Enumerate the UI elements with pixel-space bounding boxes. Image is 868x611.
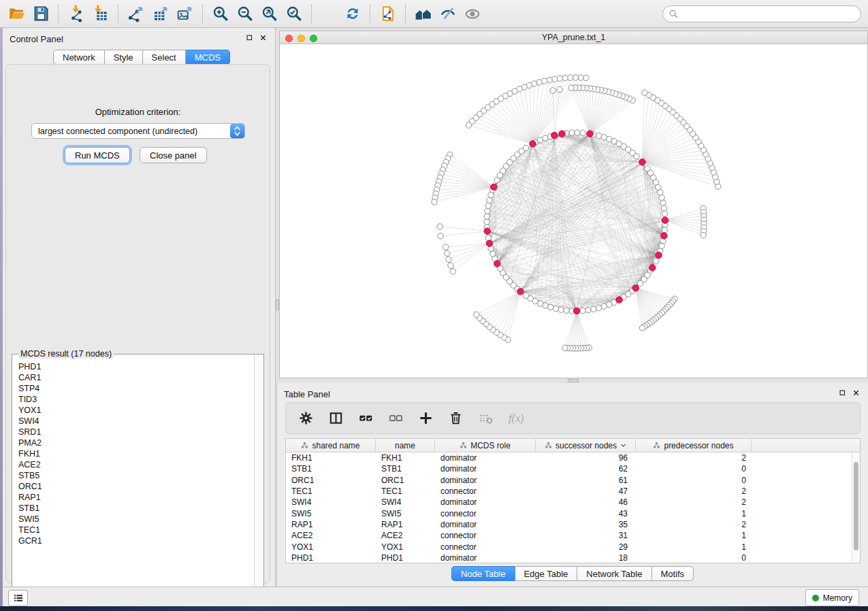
table-row[interactable]: SWI5SWI5connector431 <box>286 508 860 518</box>
network-node[interactable] <box>557 86 562 92</box>
close-panel-button[interactable]: Close panel <box>140 147 207 163</box>
network-node[interactable] <box>552 76 558 82</box>
network-node[interactable] <box>569 130 575 135</box>
column-header-predecessor-nodes[interactable]: predecessor nodes <box>636 439 752 452</box>
network-node[interactable] <box>437 224 443 229</box>
network-node[interactable] <box>580 308 585 313</box>
zoom-fit-button[interactable] <box>258 2 281 25</box>
float-panel-icon[interactable] <box>246 34 253 42</box>
network-node[interactable] <box>585 308 591 313</box>
mcds-result-item[interactable]: PHD1 <box>18 361 255 372</box>
network-node[interactable] <box>580 130 585 135</box>
mcds-result-item[interactable]: SRD1 <box>18 427 255 437</box>
network-node[interactable] <box>550 88 556 93</box>
mcds-hub-node[interactable] <box>551 132 558 138</box>
mcds-result-item[interactable]: RAP1 <box>18 492 255 503</box>
network-node[interactable] <box>578 75 583 80</box>
network-node[interactable] <box>487 197 492 203</box>
mcds-result-item[interactable]: TID3 <box>18 394 255 405</box>
table-row[interactable]: STB1STB1dominator620 <box>286 463 860 474</box>
search-input[interactable] <box>682 7 861 22</box>
run-mcds-button[interactable]: Run MCDS <box>65 147 130 163</box>
memory-button[interactable]: Memory <box>805 589 859 606</box>
mcds-result-item[interactable]: ORC1 <box>18 481 255 492</box>
tab-motifs[interactable]: Motifs <box>652 566 694 581</box>
mcds-result-item[interactable]: STB5 <box>18 470 255 481</box>
network-node[interactable] <box>562 75 568 80</box>
tab-style[interactable]: Style <box>105 50 143 65</box>
network-node[interactable] <box>653 259 658 264</box>
search-box[interactable] <box>662 5 861 22</box>
network-node[interactable] <box>568 85 574 90</box>
mcds-result-scrollbar[interactable] <box>254 354 263 602</box>
tab-network-table[interactable]: Network Table <box>577 566 652 581</box>
network-node[interactable] <box>523 145 528 150</box>
mcds-hub-node[interactable] <box>661 233 667 239</box>
network-node[interactable] <box>474 312 479 317</box>
export-network-button[interactable] <box>125 2 148 25</box>
mcds-result-item[interactable]: FKH1 <box>18 448 255 459</box>
network-node[interactable] <box>564 308 569 313</box>
mcds-hub-node[interactable] <box>530 141 536 147</box>
mcds-hub-node[interactable] <box>573 308 579 314</box>
hide-panels-eye-button[interactable] <box>436 2 460 25</box>
tab-node-table[interactable]: Node Table <box>451 566 515 581</box>
column-header-name[interactable]: name <box>376 439 435 452</box>
network-node[interactable] <box>446 257 451 262</box>
network-node[interactable] <box>557 76 562 81</box>
network-node[interactable] <box>662 211 667 216</box>
mcds-result-item[interactable]: SWI5 <box>18 514 255 525</box>
select-all-checks-button[interactable] <box>355 408 376 429</box>
export-table-button[interactable] <box>149 2 172 25</box>
tab-select[interactable]: Select <box>143 50 186 65</box>
network-node[interactable] <box>432 199 437 205</box>
float-panel-icon[interactable] <box>839 389 846 397</box>
column-header-successor-nodes[interactable]: successor nodes <box>536 439 636 452</box>
mcds-result-item[interactable]: CAR1 <box>18 372 255 383</box>
mcds-result-item[interactable]: PMA2 <box>18 437 255 448</box>
horizontal-splitter-handle[interactable] <box>568 379 579 382</box>
table-row[interactable]: TEC1TEC1connector472 <box>286 486 860 497</box>
mcds-hub-node[interactable] <box>484 228 490 234</box>
open-file-button[interactable] <box>5 2 28 25</box>
import-table-button[interactable] <box>89 2 112 25</box>
mcds-hub-node[interactable] <box>656 252 662 258</box>
zoom-selected-button[interactable] <box>283 2 306 25</box>
network-node[interactable] <box>573 75 578 80</box>
save-session-button[interactable] <box>29 2 52 25</box>
table-row[interactable]: ORC1ORC1dominator610 <box>286 475 860 486</box>
refresh-view-button[interactable] <box>341 2 364 25</box>
task-history-button[interactable] <box>8 590 28 606</box>
table-row[interactable]: YOX1YOX1connector291 <box>286 541 860 552</box>
network-node[interactable] <box>562 345 568 350</box>
network-node[interactable] <box>601 303 607 309</box>
mcds-result-item[interactable]: TEC1 <box>18 525 255 535</box>
network-node[interactable] <box>662 227 667 233</box>
criterion-dropdown[interactable]: largest connected component (undirected) <box>31 123 245 139</box>
tab-edge-table[interactable]: Edge Table <box>515 566 577 581</box>
mcds-result-item[interactable]: YOX1 <box>18 405 255 416</box>
network-node[interactable] <box>444 250 449 256</box>
network-node[interactable] <box>553 306 558 311</box>
network-node[interactable] <box>558 307 564 312</box>
network-node[interactable] <box>450 269 455 274</box>
network-node[interactable] <box>466 122 471 128</box>
network-node[interactable] <box>596 305 601 310</box>
network-node[interactable] <box>660 200 666 205</box>
table-row[interactable]: ACE2ACE2connector311 <box>286 530 860 541</box>
mcds-hub-node[interactable] <box>616 297 622 303</box>
close-panel-icon[interactable] <box>259 34 267 42</box>
network-node[interactable] <box>523 293 528 298</box>
network-node[interactable] <box>485 208 490 214</box>
mcds-result-item[interactable]: STB1 <box>18 503 255 514</box>
tab-network[interactable]: Network <box>53 50 105 65</box>
network-node[interactable] <box>448 263 453 268</box>
add-column-button[interactable] <box>415 408 436 429</box>
network-node[interactable] <box>661 205 666 211</box>
network-node[interactable] <box>591 306 596 312</box>
network-node[interactable] <box>575 130 580 135</box>
mcds-result-item[interactable]: GCR1 <box>18 535 255 546</box>
mcds-result-item[interactable]: SWI4 <box>18 416 255 427</box>
mcds-hub-node[interactable] <box>559 131 565 137</box>
table-row[interactable]: SWI4SWI4dominator462 <box>286 497 860 508</box>
